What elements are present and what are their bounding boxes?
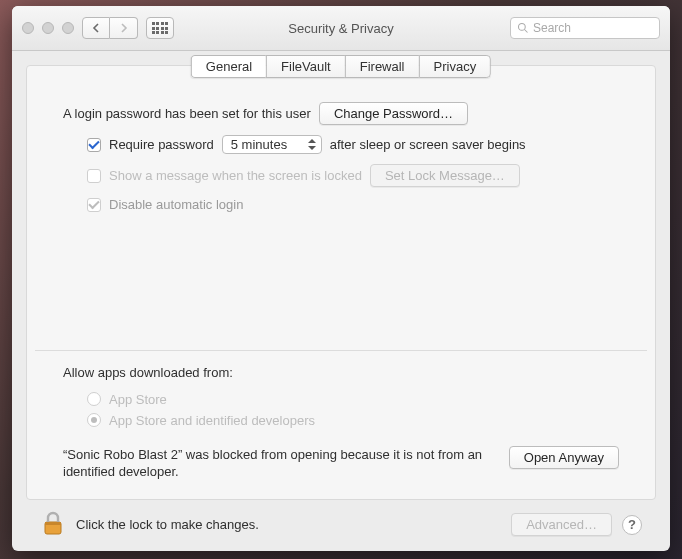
titlebar: Security & Privacy Search bbox=[12, 6, 670, 51]
search-icon bbox=[517, 22, 529, 34]
identified-dev-label: App Store and identified developers bbox=[109, 413, 315, 428]
back-button[interactable] bbox=[82, 17, 110, 39]
require-password-checkbox[interactable] bbox=[87, 138, 101, 152]
help-button[interactable]: ? bbox=[622, 515, 642, 535]
gatekeeper-section: Allow apps downloaded from: App Store Ap… bbox=[27, 351, 655, 499]
appstore-radio bbox=[87, 392, 101, 406]
help-icon: ? bbox=[628, 517, 636, 532]
traffic-lights bbox=[22, 22, 74, 34]
lock-icon[interactable] bbox=[40, 510, 66, 539]
zoom-icon[interactable] bbox=[62, 22, 74, 34]
change-password-button[interactable]: Change Password… bbox=[319, 102, 468, 125]
show-message-checkbox bbox=[87, 169, 101, 183]
tab-filevault[interactable]: FileVault bbox=[266, 55, 345, 78]
appstore-label: App Store bbox=[109, 392, 167, 407]
svg-point-0 bbox=[519, 24, 526, 31]
chevron-left-icon bbox=[92, 23, 101, 33]
advanced-button[interactable]: Advanced… bbox=[511, 513, 612, 536]
search-input[interactable]: Search bbox=[510, 17, 660, 39]
chevron-right-icon bbox=[119, 23, 128, 33]
close-icon[interactable] bbox=[22, 22, 34, 34]
preferences-window: Security & Privacy Search General FileVa… bbox=[12, 6, 670, 551]
password-set-label: A login password has been set for this u… bbox=[63, 106, 311, 121]
require-password-delay-value: 5 minutes bbox=[231, 137, 287, 152]
show-all-button[interactable] bbox=[146, 17, 174, 39]
content-area: General FileVault Firewall Privacy A log… bbox=[12, 51, 670, 551]
require-password-suffix: after sleep or screen saver begins bbox=[330, 137, 526, 152]
disable-auto-login-label: Disable automatic login bbox=[109, 197, 243, 212]
blocked-app-message: “Sonic Robo Blast 2” was blocked from op… bbox=[63, 446, 493, 481]
require-password-label: Require password bbox=[109, 137, 214, 152]
tab-general[interactable]: General bbox=[191, 55, 266, 78]
tab-bar: General FileVault Firewall Privacy bbox=[191, 55, 491, 78]
identified-dev-radio bbox=[87, 413, 101, 427]
search-placeholder: Search bbox=[533, 21, 571, 35]
disable-auto-login-checkbox bbox=[87, 198, 101, 212]
login-section: A login password has been set for this u… bbox=[27, 88, 655, 230]
nav-buttons bbox=[82, 17, 138, 39]
allow-apps-heading: Allow apps downloaded from: bbox=[63, 365, 233, 380]
open-anyway-button[interactable]: Open Anyway bbox=[509, 446, 619, 469]
svg-line-1 bbox=[525, 30, 528, 33]
set-lock-message-button: Set Lock Message… bbox=[370, 164, 520, 187]
svg-rect-3 bbox=[45, 522, 61, 525]
tab-firewall[interactable]: Firewall bbox=[345, 55, 419, 78]
main-panel: General FileVault Firewall Privacy A log… bbox=[26, 65, 656, 500]
show-message-label: Show a message when the screen is locked bbox=[109, 168, 362, 183]
lock-text: Click the lock to make changes. bbox=[76, 517, 259, 532]
require-password-delay-select[interactable]: 5 minutes bbox=[222, 135, 322, 154]
bottom-bar: Click the lock to make changes. Advanced… bbox=[26, 500, 656, 551]
tab-privacy[interactable]: Privacy bbox=[419, 55, 492, 78]
forward-button[interactable] bbox=[110, 17, 138, 39]
minimize-icon[interactable] bbox=[42, 22, 54, 34]
